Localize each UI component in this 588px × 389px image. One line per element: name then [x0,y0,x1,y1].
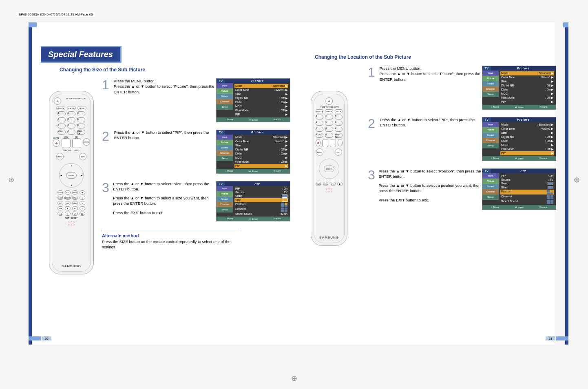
top-accent-left [29,22,303,27]
remote-control-illustration-right: ⏻ TV STB VCR CABLE DVD SOURCES.MODEMODE … [311,91,347,246]
power-button: ⏻ [54,97,61,105]
num-6: 6 [77,117,85,122]
step2-text-right: Press the ▲ or ▼ button to select "PIP",… [380,117,482,128]
crop-mark-right: ⊕ [574,175,580,184]
up-arrow-icon: ▲ [71,164,73,167]
page-number-right: 61 [546,336,568,340]
osd-picture-1-left: TVPicture Input Picture Sound Channel Se… [216,78,290,122]
step-number-1: 1 [102,78,111,91]
num-8: 8 [67,124,75,128]
osd-tab-channel: Channel [217,99,233,104]
plus100-button: +100 [57,130,66,135]
remote-control-illustration: ⏻TV STB VCR CABLE DVD SOURCES.MODEMODE 1… [49,91,94,274]
mts-button: MTS [72,190,78,194]
size-button: SIZE [57,206,63,210]
pip-button: PIP [57,201,63,205]
osd-pip-right: TVPIP Input Picture Sound Channel Setup … [482,168,556,210]
sel-button: SEL [65,201,71,205]
down-arrow-icon: ▼ [71,184,73,186]
osd-tab-setup: Setup [217,104,233,110]
right-arrow-icon: ▶ [81,174,82,177]
step-number-3: 3 [102,181,110,194]
chup-small: ∧ [80,201,85,205]
osd-picture-2-left: TVPicture Input Picture Sound Channel Se… [216,130,290,174]
dnie-button: DNIe [72,196,78,200]
osd-pip-left: TVPIP Input Picture Sound Channel Setup … [216,181,290,221]
left-arrow-icon: ◀ [60,174,62,177]
stop-button: ■ [65,206,71,210]
crop-mark-left: ⊕ [8,175,14,184]
num-4: 4 [57,117,66,122]
ff-button: ▶▶ [80,212,85,216]
side-stripe-right [565,22,568,345]
psize-button: P.SIZE [57,190,63,194]
num-5: 5 [67,117,75,122]
side-stripe-left [29,22,32,345]
chdown-small: ∨ [80,206,85,210]
num-3: 3 [77,111,85,116]
prech-button: PRE-CH [77,130,85,135]
srs-button: ⦿ [80,190,85,194]
still-button: STILL [65,190,71,194]
exit-button: EXIT [79,153,86,160]
step1-text-left: Press the MENU button. Press the ▲ or ▼ … [114,78,216,95]
page-number-left: 60 [29,336,51,340]
smode-button: S.MODE [67,106,76,110]
vol-rocker [62,138,71,148]
top-accent-right [303,22,568,27]
led-dots: ○ ○ ○○ ○ ○ [68,221,75,226]
mute-button: 🔇 [53,139,60,147]
step-number-2: 2 [102,130,111,143]
osd-picture-2-right: TVPicture Input Picture Sound Channel Se… [482,117,556,161]
source-button: SOURCE [56,106,65,110]
section-title-left: Changing the Size of the Sub Picture [60,67,290,73]
nav-joystick-r: ENTER [319,159,339,179]
step1-text-right: Press the MENU button. Press the ▲ or ▼ … [380,66,482,82]
osd-tab-picture: Picture [217,88,233,94]
osd-picture-1-right: TVPicture Input Picture Sound Channel Se… [482,66,556,110]
num-7: 7 [57,124,66,128]
page-left: Special Features Changing the Size of th… [29,22,303,345]
ch-rocker [72,138,81,148]
power-button-r: ⏻ [325,97,333,105]
nav-joystick: ▲ ▼ ◀ ▶ ENTER [59,163,84,188]
remote-logo: SAMSUNG [62,264,81,268]
num-9: 9 [77,124,85,128]
osd-tab-sound: Sound [217,94,233,99]
step3-text-left: Press the ▲ or ▼ button to select "Size"… [113,181,216,215]
crop-mark-bottom: ⊕ [291,374,297,383]
adddel-button: ADD/DEL [65,196,71,200]
section-title-right: Changing the Location of the Sub Picture [315,54,556,60]
num-0: 0 [67,130,75,135]
alt-method-text: Press the SIZE button on the remote cont… [102,239,232,250]
chapter-title: Special Features [41,46,122,63]
print-header: BP68-00283A-02(46~67) 5/6/04 11:39 AM Pa… [17,12,95,17]
device-row-label: TV STB VCR CABLE DVD [63,97,89,105]
page-right: Changing the Location of the Sub Picture… [303,22,568,345]
alt-method-title: Alternate method [102,231,139,238]
num-1: 1 [57,111,66,116]
rec-button: ● [65,212,71,216]
num-2: 2 [67,111,75,116]
mute-r: 🔇 [316,139,321,146]
rew-button: ◀◀ [57,212,63,216]
swap-button: SWAP [72,201,78,205]
tvvideo-button: TV/VIDEO [83,138,90,146]
play-button: ▶II [72,212,78,216]
enter-button: ENTER [66,172,77,179]
up-small: ∧ [80,196,85,200]
sleep-button: SLEEP [57,196,63,200]
step2-text-left: Press the ▲ or ▼ button to select "PIP",… [114,130,216,141]
playpause-button: ▶II [72,206,78,210]
osd-tab-input: Input [217,83,233,88]
menu-button: MENU [56,153,64,160]
step3-text-right: Press the ▲ or ▼ button to select "Posit… [378,168,482,203]
mode-button: MODE [77,106,86,110]
spread: Special Features Changing the Size of th… [29,22,555,345]
